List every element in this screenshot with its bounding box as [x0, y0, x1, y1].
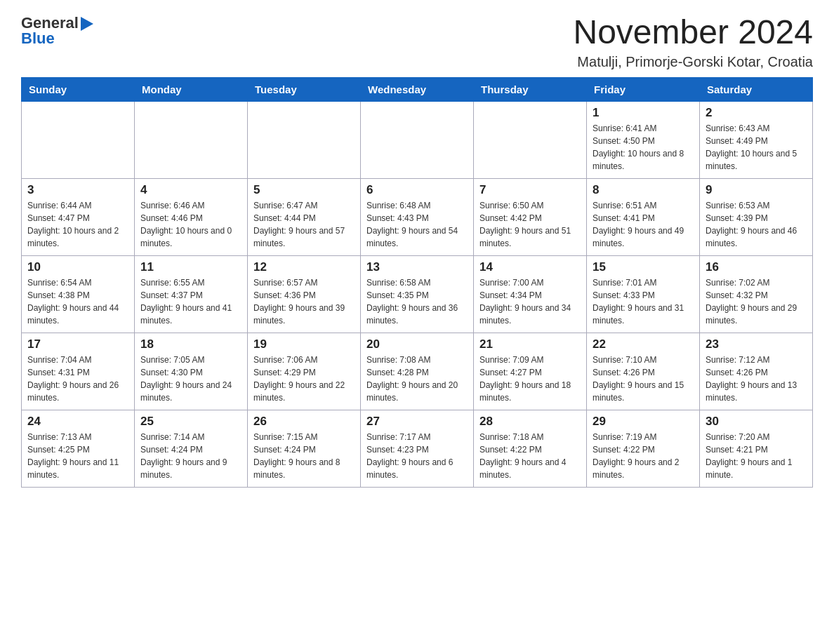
- calendar-cell: 22Sunrise: 7:10 AM Sunset: 4:26 PM Dayli…: [587, 333, 700, 410]
- calendar-cell: 9Sunrise: 6:53 AM Sunset: 4:39 PM Daylig…: [700, 178, 813, 255]
- day-number: 27: [366, 415, 468, 429]
- weekday-header-wednesday: Wednesday: [361, 77, 474, 101]
- day-info: Sunrise: 7:10 AM Sunset: 4:26 PM Dayligh…: [593, 354, 694, 404]
- day-info: Sunrise: 7:01 AM Sunset: 4:33 PM Dayligh…: [593, 276, 694, 327]
- calendar-cell: [474, 101, 587, 178]
- calendar-cell: 24Sunrise: 7:13 AM Sunset: 4:25 PM Dayli…: [22, 410, 135, 487]
- day-number: 30: [706, 415, 807, 429]
- logo: General Blue: [21, 14, 93, 48]
- calendar-table: SundayMondayTuesdayWednesdayThursdayFrid…: [21, 77, 813, 488]
- week-row-3: 10Sunrise: 6:54 AM Sunset: 4:38 PM Dayli…: [22, 255, 813, 333]
- calendar-cell: 20Sunrise: 7:08 AM Sunset: 4:28 PM Dayli…: [361, 333, 474, 410]
- calendar-cell: 1Sunrise: 6:41 AM Sunset: 4:50 PM Daylig…: [587, 101, 700, 178]
- calendar-cell: [135, 101, 248, 178]
- calendar-cell: 25Sunrise: 7:14 AM Sunset: 4:24 PM Dayli…: [135, 410, 248, 487]
- calendar-cell: 30Sunrise: 7:20 AM Sunset: 4:21 PM Dayli…: [700, 410, 813, 487]
- day-info: Sunrise: 7:15 AM Sunset: 4:24 PM Dayligh…: [253, 431, 355, 481]
- day-number: 14: [479, 260, 581, 274]
- day-info: Sunrise: 6:47 AM Sunset: 4:44 PM Dayligh…: [253, 199, 355, 250]
- logo-blue-text: Blue: [21, 29, 55, 48]
- calendar-cell: 23Sunrise: 7:12 AM Sunset: 4:26 PM Dayli…: [700, 333, 813, 410]
- location-title: Matulji, Primorje-Gorski Kotar, Croatia: [573, 54, 813, 70]
- title-block: November 2024 Matulji, Primorje-Gorski K…: [573, 14, 813, 70]
- day-number: 6: [366, 183, 468, 197]
- calendar-cell: [361, 101, 474, 178]
- calendar-cell: 2Sunrise: 6:43 AM Sunset: 4:49 PM Daylig…: [700, 101, 813, 178]
- day-number: 17: [27, 337, 128, 351]
- day-number: 20: [366, 337, 468, 351]
- calendar-cell: 4Sunrise: 6:46 AM Sunset: 4:46 PM Daylig…: [135, 178, 248, 255]
- day-number: 16: [706, 260, 807, 274]
- calendar-cell: 18Sunrise: 7:05 AM Sunset: 4:30 PM Dayli…: [135, 333, 248, 410]
- day-info: Sunrise: 7:05 AM Sunset: 4:30 PM Dayligh…: [140, 354, 241, 404]
- day-info: Sunrise: 7:09 AM Sunset: 4:27 PM Dayligh…: [479, 354, 581, 404]
- day-info: Sunrise: 7:17 AM Sunset: 4:23 PM Dayligh…: [366, 431, 468, 481]
- day-number: 23: [706, 337, 807, 351]
- day-number: 8: [593, 183, 694, 197]
- day-number: 21: [479, 337, 581, 351]
- page-header: General Blue November 2024 Matulji, Prim…: [21, 14, 813, 70]
- day-info: Sunrise: 7:08 AM Sunset: 4:28 PM Dayligh…: [366, 354, 468, 404]
- day-number: 4: [140, 183, 241, 197]
- day-number: 25: [140, 415, 241, 429]
- weekday-header-thursday: Thursday: [474, 77, 587, 101]
- day-info: Sunrise: 6:48 AM Sunset: 4:43 PM Dayligh…: [366, 199, 468, 250]
- day-info: Sunrise: 7:20 AM Sunset: 4:21 PM Dayligh…: [706, 431, 807, 481]
- day-number: 9: [706, 183, 807, 197]
- day-info: Sunrise: 6:44 AM Sunset: 4:47 PM Dayligh…: [27, 199, 128, 250]
- day-info: Sunrise: 7:18 AM Sunset: 4:22 PM Dayligh…: [479, 431, 581, 481]
- day-number: 12: [253, 260, 355, 274]
- week-row-5: 24Sunrise: 7:13 AM Sunset: 4:25 PM Dayli…: [22, 410, 813, 487]
- calendar-cell: 29Sunrise: 7:19 AM Sunset: 4:22 PM Dayli…: [587, 410, 700, 487]
- calendar-cell: 6Sunrise: 6:48 AM Sunset: 4:43 PM Daylig…: [361, 178, 474, 255]
- calendar-cell: 8Sunrise: 6:51 AM Sunset: 4:41 PM Daylig…: [587, 178, 700, 255]
- month-title: November 2024: [573, 14, 813, 51]
- day-number: 1: [593, 106, 694, 120]
- calendar-cell: 5Sunrise: 6:47 AM Sunset: 4:44 PM Daylig…: [248, 178, 361, 255]
- day-info: Sunrise: 6:55 AM Sunset: 4:37 PM Dayligh…: [140, 276, 241, 327]
- week-row-2: 3Sunrise: 6:44 AM Sunset: 4:47 PM Daylig…: [22, 178, 813, 255]
- calendar-header-row: SundayMondayTuesdayWednesdayThursdayFrid…: [22, 77, 813, 101]
- day-info: Sunrise: 6:58 AM Sunset: 4:35 PM Dayligh…: [366, 276, 468, 327]
- calendar-cell: 13Sunrise: 6:58 AM Sunset: 4:35 PM Dayli…: [361, 255, 474, 333]
- calendar-cell: 7Sunrise: 6:50 AM Sunset: 4:42 PM Daylig…: [474, 178, 587, 255]
- day-info: Sunrise: 7:12 AM Sunset: 4:26 PM Dayligh…: [706, 354, 807, 404]
- calendar-cell: 17Sunrise: 7:04 AM Sunset: 4:31 PM Dayli…: [22, 333, 135, 410]
- day-info: Sunrise: 7:14 AM Sunset: 4:24 PM Dayligh…: [140, 431, 241, 481]
- calendar-cell: 12Sunrise: 6:57 AM Sunset: 4:36 PM Dayli…: [248, 255, 361, 333]
- day-info: Sunrise: 7:00 AM Sunset: 4:34 PM Dayligh…: [479, 276, 581, 327]
- day-number: 13: [366, 260, 468, 274]
- day-number: 2: [706, 106, 807, 120]
- day-number: 18: [140, 337, 241, 351]
- calendar-cell: [248, 101, 361, 178]
- day-number: 5: [253, 183, 355, 197]
- week-row-4: 17Sunrise: 7:04 AM Sunset: 4:31 PM Dayli…: [22, 333, 813, 410]
- day-number: 11: [140, 260, 241, 274]
- day-number: 28: [479, 415, 581, 429]
- day-info: Sunrise: 6:53 AM Sunset: 4:39 PM Dayligh…: [706, 199, 807, 250]
- day-number: 3: [27, 183, 128, 197]
- calendar-cell: 28Sunrise: 7:18 AM Sunset: 4:22 PM Dayli…: [474, 410, 587, 487]
- day-number: 22: [593, 337, 694, 351]
- day-number: 29: [593, 415, 694, 429]
- weekday-header-saturday: Saturday: [700, 77, 813, 101]
- day-info: Sunrise: 7:06 AM Sunset: 4:29 PM Dayligh…: [253, 354, 355, 404]
- day-info: Sunrise: 7:04 AM Sunset: 4:31 PM Dayligh…: [27, 354, 128, 404]
- day-number: 15: [593, 260, 694, 274]
- day-info: Sunrise: 6:57 AM Sunset: 4:36 PM Dayligh…: [253, 276, 355, 327]
- calendar-cell: 26Sunrise: 7:15 AM Sunset: 4:24 PM Dayli…: [248, 410, 361, 487]
- calendar-cell: 3Sunrise: 6:44 AM Sunset: 4:47 PM Daylig…: [22, 178, 135, 255]
- day-number: 10: [27, 260, 128, 274]
- calendar-cell: 15Sunrise: 7:01 AM Sunset: 4:33 PM Dayli…: [587, 255, 700, 333]
- weekday-header-tuesday: Tuesday: [248, 77, 361, 101]
- day-info: Sunrise: 6:51 AM Sunset: 4:41 PM Dayligh…: [593, 199, 694, 250]
- day-number: 7: [479, 183, 581, 197]
- logo-arrow-icon: [81, 17, 93, 31]
- calendar-cell: 14Sunrise: 7:00 AM Sunset: 4:34 PM Dayli…: [474, 255, 587, 333]
- calendar-cell: 11Sunrise: 6:55 AM Sunset: 4:37 PM Dayli…: [135, 255, 248, 333]
- calendar-cell: 10Sunrise: 6:54 AM Sunset: 4:38 PM Dayli…: [22, 255, 135, 333]
- day-info: Sunrise: 7:02 AM Sunset: 4:32 PM Dayligh…: [706, 276, 807, 327]
- day-info: Sunrise: 6:41 AM Sunset: 4:50 PM Dayligh…: [593, 122, 694, 173]
- day-info: Sunrise: 6:43 AM Sunset: 4:49 PM Dayligh…: [706, 122, 807, 173]
- weekday-header-friday: Friday: [587, 77, 700, 101]
